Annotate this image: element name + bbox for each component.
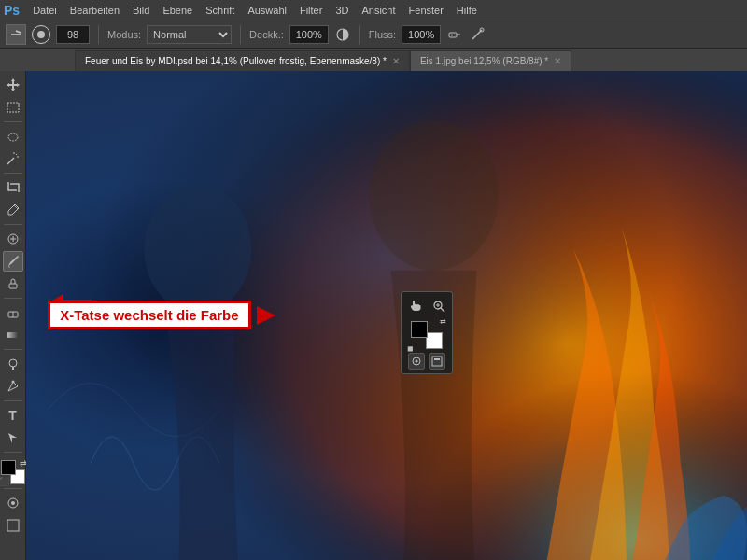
dodge-tool[interactable] bbox=[3, 354, 23, 374]
tablet-pressure-icon[interactable] bbox=[469, 26, 486, 43]
menu-bearbeiten[interactable]: Bearbeiten bbox=[64, 3, 125, 18]
annotation-container: X-Tatse wechselt die Farbe bbox=[48, 301, 275, 329]
pen-tool[interactable] bbox=[3, 376, 23, 397]
flow-input[interactable] bbox=[402, 25, 441, 44]
svg-point-21 bbox=[9, 359, 17, 367]
annotation-text-box: X-Tatse wechselt die Farbe bbox=[48, 301, 250, 329]
toolbar: T ⇄ ⬛ bbox=[0, 71, 26, 560]
menu-hilfe[interactable]: Hilfe bbox=[451, 3, 483, 18]
svg-point-5 bbox=[451, 35, 453, 36]
options-bar: Modus: Normal Multiplizieren Bildschirm … bbox=[0, 21, 747, 49]
eraser-tool[interactable] bbox=[3, 302, 23, 323]
quick-mask-btn[interactable] bbox=[3, 493, 23, 513]
stamp-tool[interactable] bbox=[3, 273, 23, 294]
svg-point-23 bbox=[11, 381, 14, 384]
svg-point-33 bbox=[144, 185, 251, 314]
svg-point-39 bbox=[416, 359, 418, 362]
svg-rect-7 bbox=[7, 103, 19, 112]
svg-point-25 bbox=[11, 501, 15, 505]
menu-datei[interactable]: Datei bbox=[27, 3, 63, 18]
main-area: T ⇄ ⬛ bbox=[0, 71, 747, 560]
tool-separator-4 bbox=[4, 298, 22, 299]
flow-label: Fluss: bbox=[369, 29, 396, 40]
mode-select[interactable]: Normal Multiplizieren Bildschirm Überlag… bbox=[147, 25, 232, 44]
opacity-input[interactable] bbox=[289, 25, 329, 44]
menu-schrift[interactable]: Schrift bbox=[200, 3, 240, 18]
options-separator bbox=[98, 25, 99, 44]
tab-eis1-title: Eis 1.jpg bei 12,5% (RGB/8#) * bbox=[420, 56, 548, 66]
svg-line-1 bbox=[16, 31, 21, 33]
menu-3d[interactable]: 3D bbox=[330, 3, 354, 18]
opacity-label: Deckk.: bbox=[249, 29, 284, 40]
mini-reset-icon[interactable]: ◼ bbox=[407, 344, 414, 353]
tabs-bar: Feuer und Eis by MDI.psd bei 14,1% (Pull… bbox=[0, 49, 747, 71]
menu-filter[interactable]: Filter bbox=[294, 3, 328, 18]
tab-feuer-eis[interactable]: Feuer und Eis by MDI.psd bei 14,1% (Pull… bbox=[75, 50, 410, 71]
mini-hand-tool[interactable] bbox=[405, 296, 425, 316]
menu-ebene[interactable]: Ebene bbox=[157, 3, 198, 18]
color-swatch-area: ⇄ ⬛ bbox=[1, 460, 25, 484]
tab-eis1[interactable]: Eis 1.jpg bei 12,5% (RGB/8#) * ✕ bbox=[410, 50, 571, 71]
brush-tip-preview[interactable] bbox=[32, 25, 50, 44]
eyedropper-tool[interactable] bbox=[3, 200, 23, 220]
svg-rect-20 bbox=[7, 332, 19, 338]
tool-separator-8 bbox=[4, 488, 22, 489]
mini-btn-2[interactable] bbox=[429, 353, 445, 370]
heal-tool[interactable] bbox=[3, 229, 23, 249]
svg-line-12 bbox=[16, 154, 17, 155]
tab-feuer-eis-title: Feuer und Eis by MDI.psd bei 14,1% (Pull… bbox=[85, 56, 387, 66]
brush-tool[interactable] bbox=[3, 251, 23, 272]
reset-colors-btn[interactable]: ⬛ bbox=[0, 477, 9, 486]
options-separator2 bbox=[240, 25, 241, 44]
gradient-tool[interactable] bbox=[3, 325, 23, 345]
lasso-tool[interactable] bbox=[3, 126, 23, 147]
svg-rect-41 bbox=[434, 358, 440, 360]
menu-auswahl[interactable]: Auswahl bbox=[242, 3, 292, 18]
tool-separator-6 bbox=[4, 400, 22, 401]
tool-separator-5 bbox=[4, 349, 22, 350]
tool-separator-2 bbox=[4, 173, 22, 174]
svg-rect-17 bbox=[9, 284, 17, 288]
foreground-color-swatch[interactable] bbox=[1, 460, 16, 475]
mini-toolbar-top bbox=[405, 296, 448, 316]
mini-toolbar-bottom bbox=[405, 353, 448, 370]
svg-line-35 bbox=[441, 308, 444, 312]
tool-separator-7 bbox=[4, 452, 22, 453]
mini-bg-swatch[interactable] bbox=[426, 332, 443, 349]
menu-ansicht[interactable]: Ansicht bbox=[356, 3, 401, 18]
mini-swap-icon[interactable]: ⇄ bbox=[440, 317, 446, 326]
annotation-text: X-Tatse wechselt die Farbe bbox=[60, 307, 238, 323]
svg-line-9 bbox=[7, 158, 14, 164]
tool-preset-btn[interactable] bbox=[6, 24, 26, 45]
options-separator3 bbox=[359, 25, 360, 44]
crop-tool[interactable] bbox=[3, 177, 23, 198]
magic-wand-tool[interactable] bbox=[3, 148, 23, 169]
brush-size-input[interactable] bbox=[56, 25, 90, 44]
menu-fenster[interactable]: Fenster bbox=[403, 3, 449, 18]
tool-separator-3 bbox=[4, 224, 22, 225]
ps-logo: Ps bbox=[4, 3, 20, 18]
svg-rect-26 bbox=[7, 520, 19, 531]
menu-bild[interactable]: Bild bbox=[127, 3, 155, 18]
mode-label: Modus: bbox=[107, 29, 141, 40]
menu-bar: Ps Datei Bearbeiten Bild Ebene Schrift A… bbox=[0, 0, 747, 21]
move-tool[interactable] bbox=[3, 75, 23, 95]
annotation-arrow bbox=[257, 306, 275, 325]
path-select-tool[interactable] bbox=[3, 427, 23, 448]
tab-feuer-eis-close[interactable]: ✕ bbox=[392, 56, 400, 66]
mini-btn-1[interactable] bbox=[408, 353, 425, 370]
svg-point-32 bbox=[370, 120, 499, 271]
canvas-area[interactable]: X-Tatse wechselt die Farbe ⇄ ◼ bbox=[26, 71, 747, 560]
mini-fg-swatch[interactable] bbox=[411, 321, 428, 338]
tab-eis1-close[interactable]: ✕ bbox=[554, 56, 561, 66]
screen-mode-btn[interactable] bbox=[3, 515, 23, 536]
opacity-icon[interactable] bbox=[334, 26, 351, 43]
mini-toolbar: ⇄ ◼ bbox=[401, 291, 453, 374]
mini-zoom-tool[interactable] bbox=[429, 296, 448, 316]
text-tool[interactable]: T bbox=[3, 405, 23, 426]
airbrush-icon[interactable] bbox=[446, 26, 463, 43]
svg-rect-40 bbox=[432, 357, 442, 366]
tool-separator-1 bbox=[4, 121, 22, 122]
rectangle-select-tool[interactable] bbox=[3, 97, 23, 118]
mini-swatch-area: ⇄ ◼ bbox=[411, 321, 443, 349]
